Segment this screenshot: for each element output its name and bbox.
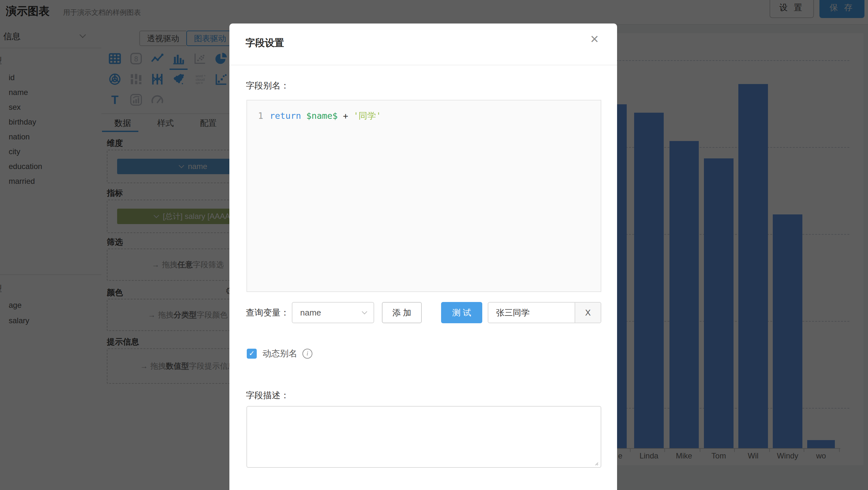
query-variable-label: 查询变量： [246,302,289,323]
resize-grip-icon[interactable] [594,461,599,466]
test-result-input[interactable]: 张三同学 [488,302,575,323]
divider [229,65,617,65]
alias-code-editor[interactable]: 1return $name$ + '同学' [246,100,601,292]
chevron-down-icon [362,309,367,315]
dynamic-alias-row: ✓ 动态别名 i [247,348,312,359]
screen: 演示图表 用于演示文档的样例图表 设 置 保 存 信息 分类型 idnamese… [0,0,868,490]
info-icon: i [302,349,312,358]
code-line: 1return $name$ + '同学' [258,110,381,122]
modal-title: 字段设置 [245,36,284,50]
test-button[interactable]: 测 试 [441,302,482,323]
dynamic-alias-label: 动态别名 [262,348,297,359]
query-variable-row: 查询变量： name 添 加 测 试 张三同学 X [229,302,617,323]
query-variable-value: name [300,302,321,323]
add-button[interactable]: 添 加 [382,302,422,323]
close-icon[interactable]: × [590,32,599,46]
dynamic-alias-checkbox[interactable]: ✓ [247,349,257,358]
description-textarea[interactable] [246,406,601,468]
description-label: 字段描述： [246,390,289,401]
test-input-group: 张三同学 X [488,302,601,323]
clear-icon[interactable]: X [575,302,601,323]
alias-label: 字段别名： [246,80,289,91]
field-settings-modal: 字段设置 × 字段别名： 1return $name$ + '同学' 查询变量：… [229,24,617,490]
query-variable-select[interactable]: name [292,302,374,323]
